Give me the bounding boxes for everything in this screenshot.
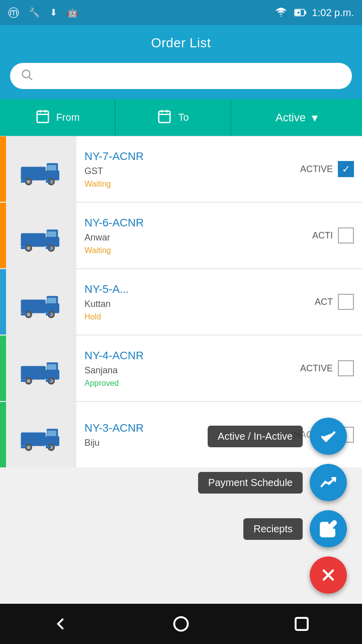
order-truck-icon xyxy=(6,203,76,268)
fab-button[interactable] xyxy=(310,418,347,455)
svg-rect-54 xyxy=(21,380,27,382)
status-left-icons: ⓜ 🔧 ⬇ 🤖 xyxy=(8,6,79,20)
order-right: ACTIVE xyxy=(292,336,362,401)
fab-button[interactable] xyxy=(310,464,347,501)
order-checkbox[interactable] xyxy=(338,227,354,244)
page-title: Order List xyxy=(0,35,362,51)
wrench-icon: 🔧 xyxy=(27,6,41,20)
svg-point-50 xyxy=(27,379,30,383)
to-label: To xyxy=(178,112,189,123)
order-item[interactable]: NY-7-ACNR GST Waiting ACTIVE xyxy=(0,136,362,202)
search-input[interactable] xyxy=(40,71,342,82)
svg-point-20 xyxy=(27,180,30,184)
robot-icon: 🤖 xyxy=(65,6,79,20)
order-truck-icon xyxy=(6,402,76,467)
svg-rect-55 xyxy=(47,364,56,370)
fab-tooltip: Active / In-Active xyxy=(208,426,303,447)
to-filter-button[interactable]: To xyxy=(116,99,231,136)
order-name: Anwar xyxy=(84,232,296,243)
svg-point-40 xyxy=(27,313,30,316)
order-checkbox[interactable] xyxy=(338,161,354,177)
order-active-label: ACTIVE xyxy=(300,164,333,175)
order-checkbox[interactable] xyxy=(338,294,354,310)
payment-schedule-fab[interactable]: Payment Schedule xyxy=(198,464,347,501)
active-label: Active xyxy=(276,111,306,124)
svg-rect-23 xyxy=(46,181,51,183)
order-truck-icon xyxy=(6,136,76,202)
status-right-icons: 1:02 p.m. xyxy=(274,6,354,20)
from-label: From xyxy=(56,112,80,123)
download-icon: ⬇ xyxy=(46,6,60,20)
order-checkbox[interactable] xyxy=(338,360,354,376)
order-item[interactable]: NY-5-A... Kuttan Hold ACT xyxy=(0,269,362,335)
filter-bar: From To Active ▾ xyxy=(0,99,362,136)
svg-point-60 xyxy=(27,446,30,449)
svg-rect-63 xyxy=(46,446,51,449)
svg-rect-45 xyxy=(47,298,56,303)
fab-tooltip: Reciepts xyxy=(243,518,303,540)
home-button[interactable] xyxy=(166,609,196,639)
order-id: NY-6-ACNR xyxy=(84,216,296,229)
order-active-label: ACT xyxy=(315,297,333,307)
receipts-fab[interactable]: Reciepts xyxy=(243,510,347,547)
svg-rect-3 xyxy=(304,11,306,15)
order-name: GST xyxy=(84,166,284,177)
back-button[interactable] xyxy=(45,609,75,639)
from-calendar-icon xyxy=(35,109,50,127)
order-content: NY-6-ACNR Anwar Waiting xyxy=(76,203,304,268)
svg-point-68 xyxy=(174,617,188,631)
svg-rect-64 xyxy=(21,446,27,449)
svg-rect-25 xyxy=(47,165,56,171)
chevron-down-icon: ▾ xyxy=(312,111,318,125)
battery-icon xyxy=(293,6,307,20)
svg-rect-43 xyxy=(46,313,51,316)
order-accent xyxy=(0,269,6,335)
search-container xyxy=(0,63,362,99)
svg-rect-36 xyxy=(21,300,46,313)
order-id: NY-5-A... xyxy=(84,283,299,296)
order-right: ACTIVE xyxy=(292,136,362,202)
order-item[interactable]: NY-6-ACNR Anwar Waiting ACTI xyxy=(0,203,362,268)
search-icon xyxy=(20,68,33,84)
svg-rect-24 xyxy=(21,181,27,183)
fab-tooltip: Payment Schedule xyxy=(198,472,303,494)
svg-rect-33 xyxy=(46,247,51,250)
recent-apps-button[interactable] xyxy=(287,609,317,639)
svg-line-7 xyxy=(29,77,32,80)
order-status: Hold xyxy=(84,312,299,321)
order-accent xyxy=(0,136,6,202)
app-header: Order List xyxy=(0,25,362,63)
order-right: ACTI xyxy=(304,203,362,268)
bottom-nav xyxy=(0,604,362,644)
order-active-label: ACTIVE xyxy=(300,363,333,374)
close-fab[interactable] xyxy=(310,556,347,594)
from-filter-button[interactable]: From xyxy=(0,99,116,136)
active-inactive-fab[interactable]: Active / In-Active xyxy=(208,418,347,455)
svg-text:ⓜ: ⓜ xyxy=(8,7,19,19)
order-status: Waiting xyxy=(84,246,296,255)
search-bar xyxy=(10,63,352,89)
order-status: Approved xyxy=(84,379,284,388)
order-item[interactable]: NY-4-ACNR Sanjana Approved ACTIVE xyxy=(0,336,362,401)
svg-rect-8 xyxy=(37,111,48,123)
fab-button[interactable] xyxy=(310,556,347,594)
order-accent xyxy=(0,203,6,268)
status-time: 1:02 p.m. xyxy=(312,7,354,19)
svg-rect-16 xyxy=(21,167,46,181)
order-name: Kuttan xyxy=(84,299,299,309)
svg-rect-69 xyxy=(296,618,308,630)
svg-rect-44 xyxy=(21,313,27,316)
svg-rect-53 xyxy=(46,380,51,382)
svg-point-30 xyxy=(27,247,30,250)
m-icon: ⓜ xyxy=(8,6,22,20)
order-id: NY-7-ACNR xyxy=(84,150,284,163)
fab-button[interactable] xyxy=(310,510,347,547)
active-filter-button[interactable]: Active ▾ xyxy=(231,99,362,136)
svg-rect-46 xyxy=(21,366,46,380)
order-truck-icon xyxy=(6,336,76,401)
order-accent xyxy=(0,402,6,467)
svg-point-6 xyxy=(22,70,30,77)
order-accent xyxy=(0,336,6,401)
svg-rect-56 xyxy=(21,433,46,446)
order-right: ACT xyxy=(307,269,362,335)
